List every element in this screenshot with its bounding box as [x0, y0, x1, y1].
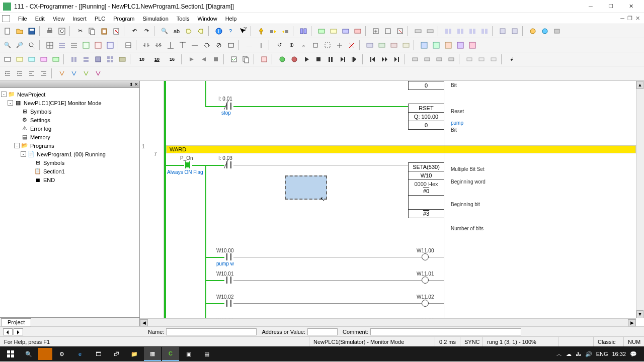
tb3-a2[interactable]: [14, 54, 25, 65]
tb3-c3[interactable]: [210, 54, 221, 65]
delete-button[interactable]: [111, 26, 122, 37]
menu-file[interactable]: File: [14, 15, 31, 23]
menu-simulation[interactable]: Simulation: [138, 15, 172, 23]
tb2-g3[interactable]: [443, 40, 454, 51]
taskbar-app[interactable]: ⚙: [53, 347, 70, 361]
tree-p-symbols[interactable]: Symbols: [43, 160, 64, 166]
compare-button[interactable]: [298, 26, 309, 37]
tb4-w1[interactable]: [56, 68, 67, 79]
cross-ref-button[interactable]: [123, 40, 134, 51]
tb3-c1[interactable]: [186, 54, 197, 65]
compile-all-button[interactable]: [240, 54, 252, 65]
tb2-g1[interactable]: [419, 40, 430, 51]
close-button[interactable]: ✕: [621, 1, 641, 13]
tb2-f3[interactable]: [388, 40, 399, 51]
view-symbols-button[interactable]: [68, 40, 79, 51]
taskbar-cx-programmer[interactable]: C: [162, 347, 179, 361]
scroll-left-icon[interactable]: ◀: [140, 319, 148, 326]
edit-online-button[interactable]: [370, 26, 381, 37]
tb2-e5[interactable]: [322, 40, 333, 51]
vline-button[interactable]: |: [256, 40, 267, 51]
horizontal-button[interactable]: [189, 40, 200, 51]
tb-d3[interactable]: [551, 26, 562, 37]
search-button[interactable]: 🔍: [20, 347, 37, 361]
tray-cloud-icon[interactable]: ☁: [566, 351, 572, 357]
vertical-scrollbar[interactable]: ▲ ▼: [636, 81, 644, 318]
tb2-g5[interactable]: [467, 40, 478, 51]
tb-b3[interactable]: [467, 26, 478, 37]
fast-fwd-button[interactable]: [379, 54, 390, 65]
twister-icon[interactable]: -: [21, 151, 26, 157]
menu-edit[interactable]: Edit: [31, 15, 49, 23]
tb-d1[interactable]: [527, 26, 538, 37]
system-tray[interactable]: ︿ ☁ 🖧 🔊 ENG 16:32 💬: [551, 350, 642, 358]
tray-volume-icon[interactable]: 🔊: [585, 351, 592, 357]
step-button[interactable]: [337, 54, 348, 65]
taskbar-app[interactable]: 🗗: [108, 347, 125, 361]
view-mnemonic-button[interactable]: [56, 40, 67, 51]
vertical-down-button[interactable]: [177, 40, 188, 51]
tray-language[interactable]: ENG: [596, 351, 608, 357]
tree-programs[interactable]: Programs: [30, 143, 54, 149]
print-preview-button[interactable]: [56, 26, 67, 37]
taskbar-explorer[interactable]: 📁: [126, 347, 143, 361]
hline-button[interactable]: —: [244, 40, 255, 51]
tb2-f2[interactable]: [376, 40, 387, 51]
online-button[interactable]: [256, 26, 267, 37]
twister-icon[interactable]: -: [1, 92, 7, 97]
view-properties-button[interactable]: [105, 40, 116, 51]
tb-a1[interactable]: [413, 26, 424, 37]
tb3-f3[interactable]: [488, 54, 499, 65]
compile-button[interactable]: [228, 54, 239, 65]
tree-symbols[interactable]: Symbols: [30, 109, 51, 115]
align-left-button[interactable]: [26, 68, 37, 79]
contact-nc-button[interactable]: [153, 40, 164, 51]
tb-d2[interactable]: [539, 26, 550, 37]
minimize-button[interactable]: ─: [581, 1, 601, 13]
tb2-g2[interactable]: [431, 40, 442, 51]
tb3-e4[interactable]: [446, 54, 457, 65]
infobar-nav-icon[interactable]: ⏴: [3, 328, 13, 335]
twister-icon[interactable]: -: [8, 100, 13, 106]
tb3-d1[interactable]: [259, 54, 270, 65]
maximize-button[interactable]: ☐: [601, 1, 621, 13]
tb2-f1[interactable]: [364, 40, 375, 51]
tb2-e7[interactable]: [346, 40, 357, 51]
infobar-nav-icon[interactable]: ⏵: [14, 328, 23, 335]
menu-tools[interactable]: Tools: [173, 15, 194, 23]
contact-w10-01[interactable]: [224, 276, 233, 284]
mdi-minimize-icon[interactable]: ─: [620, 15, 624, 22]
tb3-b3[interactable]: [93, 54, 104, 65]
tree-pin-icon[interactable]: ⬍: [129, 82, 133, 87]
info-button[interactable]: i: [213, 26, 224, 37]
zoom-out-button[interactable]: 🔎: [14, 40, 25, 51]
tb2-e3[interactable]: ⬦: [298, 40, 309, 51]
tb3-a3[interactable]: [26, 54, 37, 65]
find-prev-button[interactable]: [195, 26, 206, 37]
debug-mode-button[interactable]: [328, 26, 339, 37]
tree-settings[interactable]: Settings: [30, 117, 50, 123]
coil-button[interactable]: [201, 40, 212, 51]
instruction-seta[interactable]: SETA(530) W10 0000 Hex #0 #3: [408, 162, 444, 218]
address-field[interactable]: [307, 328, 338, 335]
skip-end-button[interactable]: [391, 54, 403, 65]
send-changes-button[interactable]: [382, 26, 393, 37]
copy-button[interactable]: [87, 26, 98, 37]
open-button[interactable]: [14, 26, 25, 37]
taskbar-app[interactable]: ▣: [180, 347, 197, 361]
start-button[interactable]: [2, 347, 19, 361]
taskbar-app[interactable]: [38, 348, 52, 360]
scroll-down-icon[interactable]: ▼: [636, 310, 643, 318]
contact-nc[interactable]: [224, 102, 233, 110]
twister-icon[interactable]: -: [14, 143, 20, 148]
tb3-b5[interactable]: [117, 54, 128, 65]
view-comments-button[interactable]: [93, 40, 104, 51]
tb3-f1[interactable]: [464, 54, 475, 65]
taskbar-app[interactable]: ▦: [144, 347, 161, 361]
tb-b4[interactable]: [479, 26, 490, 37]
indent-dec-button[interactable]: [2, 68, 13, 79]
tree-root[interactable]: NewProject: [17, 92, 45, 98]
tb3-f2[interactable]: [476, 54, 487, 65]
vertical-up-button[interactable]: [165, 40, 176, 51]
print-button[interactable]: [44, 26, 55, 37]
